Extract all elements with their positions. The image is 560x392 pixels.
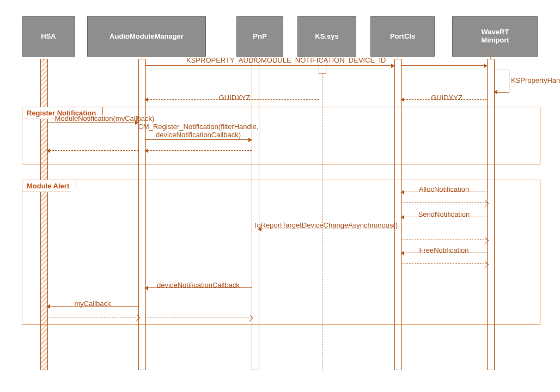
msg-label: AllocNotification [412, 185, 476, 193]
actor-wavert: WaveRTMiniport [452, 16, 538, 57]
actor-portcls: PortCls [370, 16, 435, 57]
actor-ks: KS.sys [297, 16, 356, 57]
actor-pnp: PnP [236, 16, 283, 57]
msg-label: CM_Register_Notification(filterHandle,de… [111, 122, 285, 139]
msg-label: KSPropertyHandle [511, 76, 560, 84]
actor-amm: AudioModuleManager [87, 16, 206, 57]
frame-label: Module Alert [22, 180, 76, 192]
msg-label: IoReportTargetDeviceChangeAsynchronous() [252, 221, 400, 229]
msg-label: SendNotification [415, 210, 474, 218]
msg-label: KSPROPERTY_AUDIOMODULE_NOTIFICATION_DEVI… [186, 56, 353, 64]
msg-label: myCallback [74, 299, 111, 308]
actor-hsa: HSA [22, 16, 75, 57]
arrow-6 [145, 139, 252, 140]
msg-label: GUIDXYZ [431, 94, 457, 102]
arrow-10 [401, 203, 487, 203]
arrow-13 [401, 240, 487, 240]
arrow-7 [145, 150, 252, 151]
arrow-0 [145, 65, 394, 66]
arrow-19 [145, 317, 252, 317]
msg-label: ModuleNotification(myCallback) [49, 114, 160, 122]
self-msg-2 [494, 70, 509, 93]
arrow-1 [401, 65, 487, 66]
msg-label: GUIDXYZ [219, 94, 245, 102]
arrow-18 [47, 317, 138, 317]
msg-label: FreeNotification [415, 246, 474, 254]
arrow-8 [47, 150, 138, 151]
arrow-15 [401, 264, 487, 264]
msg-label: deviceNotificationCallback [150, 281, 247, 289]
